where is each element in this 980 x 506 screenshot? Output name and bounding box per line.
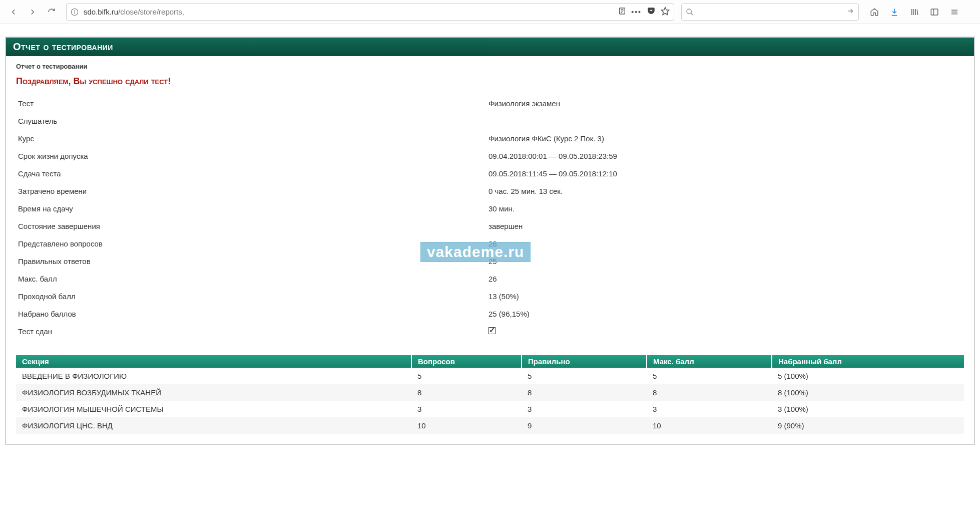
info-label: Правильных ответов	[16, 252, 486, 270]
svg-point-2	[75, 10, 75, 11]
address-bar[interactable]: sdo.bifk.ru/close/store/reports, •••	[66, 4, 674, 21]
url-text: sdo.bifk.ru/close/store/reports,	[84, 8, 618, 16]
table-cell: 5 (100%)	[772, 368, 964, 384]
info-label: Представлено вопросов	[16, 235, 486, 252]
more-icon[interactable]: •••	[631, 8, 642, 16]
info-row: Срок жизни допуска09.04.2018:00:01 — 09.…	[16, 147, 964, 165]
table-row: ФИЗИОЛОГИЯ ВОЗБУДИМЫХ ТКАНЕЙ8888 (100%)	[16, 384, 964, 401]
table-cell: 8 (100%)	[772, 384, 964, 401]
search-icon	[686, 8, 694, 16]
info-value	[486, 323, 964, 340]
svg-line-9	[691, 13, 693, 15]
sections-header: Макс. балл	[647, 355, 772, 368]
reader-mode-icon[interactable]	[618, 7, 626, 17]
back-button[interactable]	[5, 4, 22, 21]
info-row: ТестФизиология экзамен	[16, 95, 964, 112]
table-cell: 3 (100%)	[772, 401, 964, 417]
info-value	[486, 112, 964, 130]
breadcrumb: Отчет о тестировании	[16, 61, 964, 76]
table-cell: 9 (90%)	[772, 417, 964, 434]
info-row: Сдача теста09.05.2018:11:45 — 09.05.2018…	[16, 165, 964, 182]
table-cell: 8	[647, 384, 772, 401]
info-row: Затрачено времени0 час. 25 мин. 13 сек.	[16, 182, 964, 200]
table-cell: 10	[411, 417, 522, 434]
search-input[interactable]	[694, 8, 846, 16]
info-row: Время на сдачу30 мин.	[16, 200, 964, 217]
info-icon[interactable]	[71, 8, 79, 16]
table-cell: 5	[647, 368, 772, 384]
info-value: 13 (50%)	[486, 288, 964, 305]
info-label: Набрано баллов	[16, 305, 486, 323]
table-cell: ВВЕДЕНИЕ В ФИЗИОЛОГИЮ	[16, 368, 411, 384]
info-label: Состояние завершения	[16, 217, 486, 235]
info-value: 30 мин.	[486, 200, 964, 217]
library-button[interactable]	[906, 4, 923, 21]
sections-table: СекцияВопросовПравильноМакс. баллНабранн…	[16, 355, 964, 434]
info-value: 25	[486, 252, 964, 270]
report-panel: Отчет о тестировании Отчет о тестировани…	[5, 37, 975, 445]
reload-button[interactable]	[43, 4, 60, 21]
table-cell: 8	[411, 384, 522, 401]
sections-header: Набранный балл	[772, 355, 964, 368]
info-row: КурсФизиология ФКиС (Курс 2 Пок. 3)	[16, 130, 964, 147]
info-row: Состояние завершениязавершен	[16, 217, 964, 235]
info-row: Макс. балл26	[16, 270, 964, 288]
info-label: Макс. балл	[16, 270, 486, 288]
info-label: Проходной балл	[16, 288, 486, 305]
svg-point-8	[687, 9, 691, 14]
table-cell: ФИЗИОЛОГИЯ МЫШЕЧНОЙ СИСТЕМЫ	[16, 401, 411, 417]
sidebar-button[interactable]	[926, 4, 943, 21]
info-label: Тест сдан	[16, 323, 486, 340]
home-button[interactable]	[866, 4, 883, 21]
forward-button[interactable]	[24, 4, 41, 21]
table-cell: 3	[647, 401, 772, 417]
info-value: 25 (96,15%)	[486, 305, 964, 323]
info-value: завершен	[486, 217, 964, 235]
info-table: ТестФизиология экзаменСлушательКурсФизио…	[16, 95, 964, 340]
info-value: 09.05.2018:11:45 — 09.05.2018:12:10	[486, 165, 964, 182]
info-value: 09.04.2018:00:01 — 09.05.2018:23:59	[486, 147, 964, 165]
table-cell: 3	[411, 401, 522, 417]
info-label: Курс	[16, 130, 486, 147]
table-cell: 5	[411, 368, 522, 384]
congrats-message: Поздравляем, Вы успешно сдали тест!	[16, 76, 964, 95]
svg-marker-7	[662, 8, 669, 15]
info-label: Слушатель	[16, 112, 486, 130]
svg-line-13	[917, 9, 918, 15]
info-label: Тест	[16, 95, 486, 112]
table-row: ФИЗИОЛОГИЯ ЦНС. ВНД109109 (90%)	[16, 417, 964, 434]
info-row: Правильных ответов25	[16, 252, 964, 270]
table-cell: 9	[522, 417, 647, 434]
check-icon	[488, 327, 496, 334]
table-row: ВВЕДЕНИЕ В ФИЗИОЛОГИЮ5555 (100%)	[16, 368, 964, 384]
info-row: Слушатель	[16, 112, 964, 130]
table-cell: 10	[647, 417, 772, 434]
table-row: ФИЗИОЛОГИЯ МЫШЕЧНОЙ СИСТЕМЫ3333 (100%)	[16, 401, 964, 417]
info-row: Тест сдан	[16, 323, 964, 340]
table-cell: ФИЗИОЛОГИЯ ЦНС. ВНД	[16, 417, 411, 434]
bookmark-star-icon[interactable]	[661, 7, 670, 17]
info-row: Набрано баллов25 (96,15%)	[16, 305, 964, 323]
pocket-icon[interactable]	[647, 7, 656, 17]
info-row: Проходной балл13 (50%)	[16, 288, 964, 305]
sections-header: Вопросов	[411, 355, 522, 368]
info-value: 0 час. 25 мин. 13 сек.	[486, 182, 964, 200]
info-value: 26	[486, 270, 964, 288]
panel-title: Отчет о тестировании	[6, 38, 974, 56]
table-cell: ФИЗИОЛОГИЯ ВОЗБУДИМЫХ ТКАНЕЙ	[16, 384, 411, 401]
search-bar[interactable]	[681, 4, 859, 21]
menu-button[interactable]	[946, 4, 963, 21]
info-value: Физиология ФКиС (Курс 2 Пок. 3)	[486, 130, 964, 147]
info-value: Физиология экзамен	[486, 95, 964, 112]
table-cell: 8	[522, 384, 647, 401]
table-cell: 5	[522, 368, 647, 384]
downloads-button[interactable]	[886, 4, 903, 21]
table-cell: 3	[522, 401, 647, 417]
go-arrow-icon[interactable]	[846, 7, 854, 17]
info-label: Затрачено времени	[16, 182, 486, 200]
info-label: Время на сдачу	[16, 200, 486, 217]
info-label: Срок жизни допуска	[16, 147, 486, 165]
info-row: Представлено вопросов26	[16, 235, 964, 252]
info-value: 26	[486, 235, 964, 252]
browser-toolbar: sdo.bifk.ru/close/store/reports, •••	[0, 0, 980, 24]
